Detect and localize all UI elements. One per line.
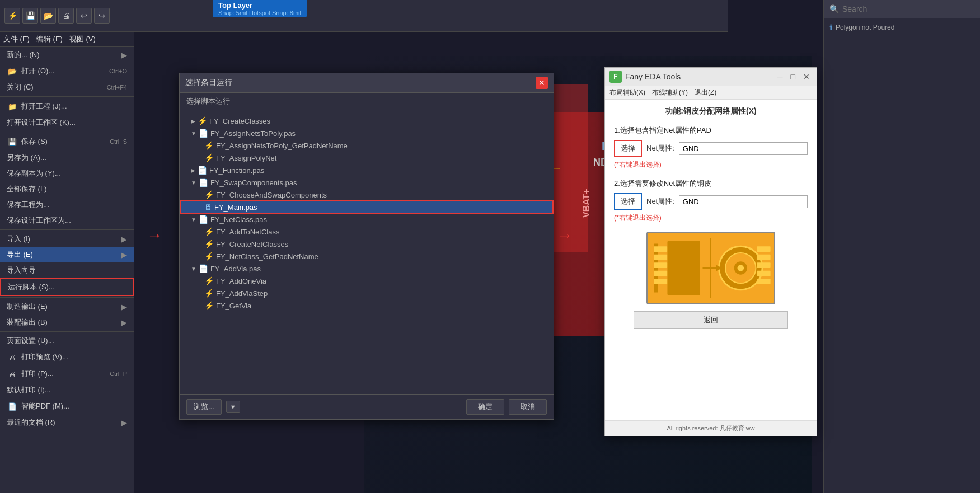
eda-section-1: 1.选择包含指定Net属性的PAD 选择 Net属性: (*右键退出选择) — [614, 125, 808, 170]
sep-4 — [0, 297, 134, 298]
menu-run-script[interactable]: 运行脚本 (S)... — [0, 278, 134, 296]
menu-import-wizard[interactable]: 导入向导 — [0, 262, 134, 278]
menu-assembly[interactable]: 装配输出 (B) ▶ — [0, 314, 134, 330]
red-arrow-2: → — [557, 227, 573, 245]
tree-item-14[interactable]: ⚡ FY_AddViaStep — [180, 287, 554, 299]
menu-view[interactable]: 视图 (V) — [69, 34, 96, 44]
menu-manufacture[interactable]: 制造输出 (E) ▶ — [0, 299, 134, 314]
tree-label-12: FY_AddVia.pas — [210, 265, 261, 273]
eda-minimize-button[interactable]: ─ — [775, 72, 785, 81]
tree-item-5[interactable]: ▼ 📄 FY_SwapComponents.pas — [180, 176, 554, 189]
menu-save-all[interactable]: 全部保存 (L) — [0, 181, 134, 197]
cancel-button[interactable]: 取消 — [509, 399, 547, 415]
svg-rect-6 — [654, 279, 667, 284]
eda-hint-1: (*右键退出选择) — [614, 160, 808, 170]
right-panel: 🔍 ℹ Polygon not Poured — [823, 0, 980, 493]
tree-item-1[interactable]: ▼ 📄 FY_AssignNetsToPoly.pas — [180, 127, 554, 139]
tree-item-12[interactable]: ▼ 📄 FY_AddVia.pas — [180, 262, 554, 275]
toolbar-icon-print[interactable]: 🖨 — [58, 8, 74, 24]
dialog-select: 选择条目运行 ✕ 选择脚本运行 ▶ ⚡ FY_CreateClasses ▼ 📄… — [179, 73, 554, 420]
menu-recent-arrow: ▶ — [121, 419, 127, 427]
menu-recent[interactable]: 最近的文档 (R) ▶ — [0, 415, 134, 430]
menu-print-preview[interactable]: 🖨 打印预览 (V)... — [0, 349, 134, 365]
dialog-close-button[interactable]: ✕ — [536, 77, 548, 89]
menu-open-workspace[interactable]: 打开设计工作区 (K)... — [0, 115, 134, 130]
menu-open[interactable]: 📂 打开 (O)... Ctrl+O — [0, 63, 134, 79]
tree-item-11[interactable]: ⚡ FY_NetClass_GetPadNetName — [180, 250, 554, 262]
menu-export-label: 导出 (E) — [7, 250, 33, 260]
menu-smart-pdf[interactable]: 📄 智能PDF (M)... — [0, 398, 134, 415]
menu-import[interactable]: 导入 (I) ▶ — [0, 231, 134, 247]
menu-save-project-label: 保存工程为... — [7, 200, 49, 210]
menu-page-setup[interactable]: 页面设置 (U)... — [0, 333, 134, 349]
toolbar-icon-save[interactable]: 💾 — [22, 8, 38, 24]
tree-item-9[interactable]: ⚡ FY_AddToNetClass — [180, 226, 554, 238]
menu-save-all-label: 全部保存 (L) — [7, 184, 47, 194]
eda-maximize-button[interactable]: □ — [789, 72, 798, 81]
tree-item-0[interactable]: ▶ ⚡ FY_CreateClasses — [180, 115, 554, 127]
menu-file[interactable]: 文件 (E) — [3, 34, 30, 44]
menu-edit[interactable]: 编辑 (E) — [36, 34, 63, 44]
tree-item-6[interactable]: ⚡ FY_ChooseAndSwapComponents — [180, 189, 554, 201]
menu-save-workspace-label: 保存设计工作区为... — [7, 215, 71, 226]
menu-new[interactable]: 新的... (N) ▶ — [0, 47, 134, 63]
search-input[interactable] — [842, 4, 974, 13]
tree-item-2[interactable]: ⚡ FY_AssignNetsToPoly_GetPadNetName — [180, 139, 554, 152]
menu-save[interactable]: 💾 保存 (S) Ctrl+S — [0, 133, 134, 150]
info-icon: ℹ — [829, 23, 832, 32]
eda-close-button[interactable]: ✕ — [801, 72, 812, 81]
script-icon-15: ⚡ — [204, 301, 214, 310]
menu-save-as[interactable]: 另存为 (A)... — [0, 150, 134, 166]
menu-save-copy[interactable]: 保存副本为 (Y)... — [0, 166, 134, 181]
eda-return-button[interactable]: 返回 — [634, 311, 789, 329]
menu-save-workspace[interactable]: 保存设计工作区为... — [0, 213, 134, 228]
tree-item-4[interactable]: ▶ 📄 FY_Function.pas — [180, 164, 554, 176]
menu-close[interactable]: 关闭 (C) Ctrl+F4 — [0, 79, 134, 95]
menu-default-print[interactable]: 默认打印 (I)... — [0, 382, 134, 398]
toolbar-icon-undo[interactable]: ↩ — [76, 8, 92, 24]
dropdown-button[interactable]: ▼ — [226, 401, 240, 413]
confirm-button[interactable]: 确定 — [466, 399, 504, 415]
toolbar-icon-1[interactable]: ⚡ — [4, 8, 20, 24]
eda-net-input-2[interactable] — [679, 195, 808, 208]
menu-print[interactable]: 🖨 打印 (P)... Ctrl+P — [0, 365, 134, 382]
svg-rect-12 — [757, 246, 770, 252]
svg-rect-7 — [667, 241, 700, 295]
eda-net-label-2: Net属性: — [646, 196, 674, 206]
polygon-info: ℹ Polygon not Poured — [824, 18, 980, 36]
tree-item-3[interactable]: ⚡ FY_AssignPolyNet — [180, 152, 554, 164]
menu-manufacture-arrow: ▶ — [121, 303, 127, 311]
toolbar-icon-open[interactable]: 📂 — [40, 8, 56, 24]
browse-button[interactable]: 浏览... — [186, 399, 222, 415]
tree-item-7-selected[interactable]: 🖥 FY_Main.pas — [180, 201, 554, 213]
menu-close-label: 关闭 (C) — [7, 82, 34, 92]
tree-item-13[interactable]: ⚡ FY_AddOneVia — [180, 275, 554, 287]
sep-2 — [0, 132, 134, 132]
menu-open-project[interactable]: 📁 打开工程 (J)... — [0, 98, 134, 115]
layer-banner: Top Layer Snap: 5mil Hotspot Snap: 8mil — [213, 0, 307, 17]
script-icon-9: ⚡ — [204, 227, 214, 236]
menu-export[interactable]: 导出 (E) ▶ — [0, 247, 134, 262]
tree-item-10[interactable]: ⚡ FY_CreateNetClasses — [180, 238, 554, 250]
menu-save-project[interactable]: 保存工程为... — [0, 197, 134, 213]
pcb-label-vbat: VBAT+ — [582, 189, 592, 218]
tree-item-15[interactable]: ⚡ FY_GetVia — [180, 299, 554, 312]
tree-label-13: FY_AddOneVia — [216, 277, 266, 285]
eda-select-btn-2[interactable]: 选择 — [614, 193, 642, 210]
tree-collapse-icon-4: ▶ — [191, 167, 195, 173]
tree-collapse-icon: ▶ — [191, 118, 195, 124]
eda-select-btn-1[interactable]: 选择 — [614, 140, 642, 157]
eda-menu-layout[interactable]: 布局辅助(X) — [609, 88, 645, 97]
menu-import-label: 导入 (I) — [7, 234, 30, 244]
menu-smart-pdf-label: 智能PDF (M)... — [21, 401, 69, 411]
tree-label-4: FY_Function.pas — [209, 166, 264, 175]
dialog-tree[interactable]: ▶ ⚡ FY_CreateClasses ▼ 📄 FY_AssignNetsTo… — [180, 110, 554, 394]
eda-net-input-1[interactable] — [679, 142, 808, 155]
eda-menu-route[interactable]: 布线辅助(Y) — [652, 88, 688, 97]
toolbar-icon-redo[interactable]: ↪ — [94, 8, 110, 24]
tree-collapse-icon-8: ▼ — [191, 217, 196, 223]
eda-menu-exit[interactable]: 退出(Z) — [695, 88, 716, 97]
eda-func-title: 功能:铜皮分配网络属性(X) — [614, 106, 808, 116]
tree-label-3: FY_AssignPolyNet — [216, 154, 276, 162]
tree-item-8[interactable]: ▼ 📄 FY_NetClass.pas — [180, 213, 554, 226]
